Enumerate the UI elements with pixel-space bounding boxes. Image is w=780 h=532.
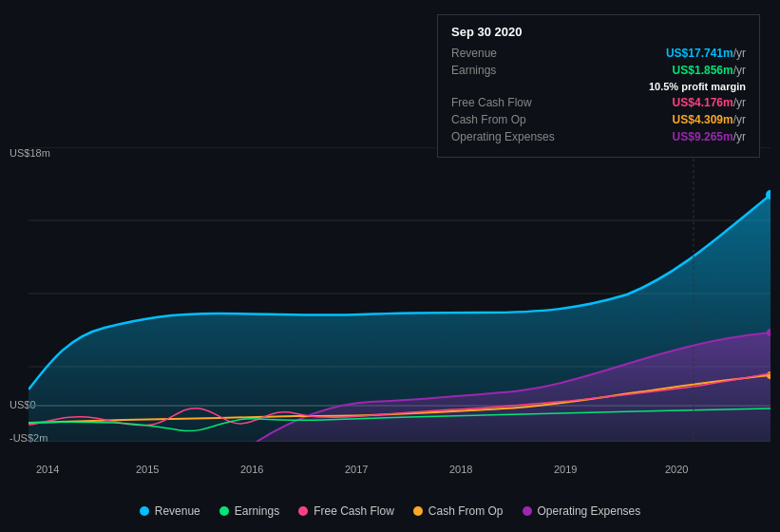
cfo-dot xyxy=(413,506,423,516)
x-label-2015: 2015 xyxy=(136,464,159,475)
chart-legend: Revenue Earnings Free Cash Flow Cash Fro… xyxy=(0,504,780,518)
fcf-dot xyxy=(298,506,308,516)
tooltip-fcf-row: Free Cash Flow US$4.176m/yr xyxy=(451,96,746,109)
earnings-dot xyxy=(219,506,229,516)
opex-dot xyxy=(523,506,532,516)
tooltip-date: Sep 30 2020 xyxy=(451,25,746,39)
revenue-value: US$17.741m/yr xyxy=(666,47,746,60)
earnings-value: US$1.856m/yr xyxy=(673,64,746,77)
fcf-value: US$4.176m/yr xyxy=(673,96,746,109)
legend-item-cfo[interactable]: Cash From Op xyxy=(413,504,504,518)
legend-label-opex: Operating Expenses xyxy=(538,504,641,518)
x-label-2018: 2018 xyxy=(449,464,472,475)
earnings-label: Earnings xyxy=(451,64,575,77)
tooltip-card: Sep 30 2020 Revenue US$17.741m/yr Earnin… xyxy=(437,14,760,158)
revenue-label: Revenue xyxy=(451,47,575,60)
legend-label-cfo: Cash From Op xyxy=(428,504,504,518)
tooltip-revenue-row: Revenue US$17.741m/yr xyxy=(451,47,746,60)
legend-item-opex[interactable]: Operating Expenses xyxy=(523,504,641,518)
cfo-label: Cash From Op xyxy=(451,113,575,126)
revenue-dot xyxy=(140,506,149,516)
fcf-label: Free Cash Flow xyxy=(451,96,575,109)
tooltip-cfo-row: Cash From Op US$4.309m/yr xyxy=(451,113,746,126)
opex-value: US$9.265m/yr xyxy=(673,130,746,143)
profit-margin-value: 10.5% profit margin xyxy=(649,81,746,92)
x-label-2016: 2016 xyxy=(240,464,263,475)
chart-container: Sep 30 2020 Revenue US$17.741m/yr Earnin… xyxy=(0,0,780,532)
x-label-2017: 2017 xyxy=(345,464,368,475)
opex-label: Operating Expenses xyxy=(451,130,575,143)
legend-label-fcf: Free Cash Flow xyxy=(314,504,394,518)
legend-label-revenue: Revenue xyxy=(155,504,200,518)
x-label-2014: 2014 xyxy=(36,464,59,475)
tooltip-earnings-row: Earnings US$1.856m/yr xyxy=(451,64,746,77)
legend-item-revenue[interactable]: Revenue xyxy=(140,504,200,518)
cfo-value: US$4.309m/yr xyxy=(673,113,746,126)
legend-item-earnings[interactable]: Earnings xyxy=(219,504,279,518)
legend-label-earnings: Earnings xyxy=(235,504,279,518)
x-label-2020: 2020 xyxy=(665,464,688,475)
legend-item-fcf[interactable]: Free Cash Flow xyxy=(298,504,394,518)
profit-margin-row: 10.5% profit margin xyxy=(451,81,746,92)
tooltip-opex-row: Operating Expenses US$9.265m/yr xyxy=(451,130,746,143)
x-label-2019: 2019 xyxy=(554,464,577,475)
chart-svg xyxy=(29,147,770,442)
